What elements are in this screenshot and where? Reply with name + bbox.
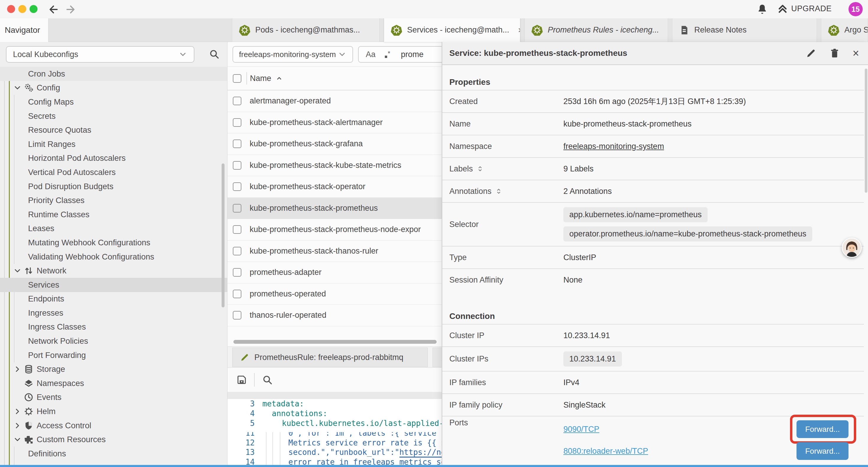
row-checkbox[interactable]	[233, 311, 241, 320]
tab-navigator[interactable]: Navigator	[0, 18, 49, 42]
window-minimize-button[interactable]	[18, 5, 26, 13]
regex-toggle-icon[interactable]: *	[383, 49, 393, 59]
row-checkbox[interactable]	[233, 182, 241, 191]
chevron-right-icon[interactable]	[13, 365, 22, 374]
sidebar-item-ingress-classes[interactable]: Ingress Classes	[0, 320, 227, 334]
forward-button[interactable]: Forward...	[797, 420, 848, 438]
sidebar-item-events[interactable]: Events	[0, 390, 227, 405]
sidebar-item-ingresses[interactable]: Ingresses	[0, 306, 227, 320]
chevron-right-icon[interactable]	[13, 407, 22, 416]
row-checkbox[interactable]	[233, 247, 241, 255]
sidebar-item-leases[interactable]: Leases	[0, 222, 227, 236]
upgrade-chevrons-icon	[777, 3, 788, 14]
sort-updown-icon[interactable]	[476, 165, 484, 172]
property-row-ports: Ports9090/TCPForward...8080:reloader-web…	[442, 416, 864, 464]
window-close-button[interactable]	[7, 5, 15, 13]
match-case-toggle[interactable]: Aa	[366, 50, 375, 59]
port-link[interactable]: 9090/TCP	[563, 425, 599, 434]
chevron-down-icon[interactable]	[13, 83, 22, 92]
sidebar-item-cron-jobs[interactable]: Cron Jobs	[0, 67, 227, 81]
filter-value[interactable]: prome	[401, 50, 424, 59]
select-all-checkbox[interactable]	[233, 74, 241, 83]
horizontal-scrollbar[interactable]	[234, 340, 437, 344]
sidebar-item-limit-ranges[interactable]: Limit Ranges	[0, 137, 227, 151]
forward-arrow-icon[interactable]	[64, 3, 77, 16]
code-text: annotations:	[272, 409, 327, 418]
search-icon[interactable]	[209, 49, 220, 60]
kubeconfig-selector[interactable]: Local Kubeconfigs	[6, 46, 194, 63]
sidebar-item-custom-resources[interactable]: Custom Resources	[0, 432, 227, 447]
sidebar-item-endpoints[interactable]: Endpoints	[0, 292, 227, 306]
sidebar-item-network-policies[interactable]: Network Policies	[0, 334, 227, 348]
row-checkbox[interactable]	[233, 97, 241, 105]
chevron-right-icon[interactable]	[13, 421, 22, 430]
row-checkbox[interactable]	[233, 204, 241, 212]
row-checkbox[interactable]	[233, 118, 241, 127]
delete-trash-icon[interactable]	[829, 48, 840, 59]
notifications-bell-icon[interactable]	[756, 3, 768, 15]
sidebar-item-storage[interactable]: Storage	[0, 362, 227, 376]
tab-services[interactable]: Services - icecheng@math...×	[384, 18, 520, 42]
row-checkbox[interactable]	[233, 225, 241, 234]
sidebar-item-helm[interactable]: Helm	[0, 404, 227, 418]
window-zoom-button[interactable]	[30, 5, 37, 13]
sort-updown-icon[interactable]	[495, 188, 502, 195]
code-text: second.","runbook_url":"https://net	[288, 448, 450, 457]
port-link[interactable]: 8080:reloader-web/TCP	[563, 447, 648, 456]
sidebar-item-label: Mutating Webhook Configurations	[0, 238, 150, 247]
property-label: Labels	[442, 164, 563, 174]
sidebar-item-pod-disruption-budgets[interactable]: Pod Disruption Budgets	[0, 179, 227, 194]
port-entry: 8080:reloader-web/TCPForward...	[563, 440, 864, 462]
sidebar-item-port-forwarding[interactable]: Port Forwarding	[0, 348, 227, 362]
chevron-down-icon[interactable]	[13, 266, 22, 275]
tab-prometheus[interactable]: Prometheus Rules - icecheng...	[524, 18, 668, 42]
row-checkbox[interactable]	[233, 268, 241, 276]
sidebar-item-resource-quotas[interactable]: Resource Quotas	[0, 123, 227, 137]
avatar[interactable]	[842, 238, 862, 258]
sidebar-item-access-control[interactable]: Access Control	[0, 418, 227, 433]
panel-scrollbar[interactable]	[865, 68, 867, 193]
row-checkbox[interactable]	[233, 290, 241, 298]
tab-close-icon[interactable]: ×	[518, 26, 520, 35]
sidebar-item-network[interactable]: Network	[0, 264, 227, 278]
save-icon[interactable]	[236, 374, 248, 386]
service-name: prometheus-adapter	[250, 268, 321, 277]
upgrade-button[interactable]: UPGRADE	[777, 3, 832, 14]
row-checkbox[interactable]	[233, 161, 241, 170]
sidebar-item-horizontal-pod-autoscalers[interactable]: Horizontal Pod Autoscalers	[0, 151, 227, 166]
service-name: kube-prometheus-stack-operator	[250, 182, 366, 191]
dock-tab-label: PrometheusRule: freeleaps-prod-rabbitmq	[254, 353, 403, 362]
name-column-header[interactable]: Name	[250, 74, 283, 83]
sidebar-item-namespaces[interactable]: Namespaces	[0, 376, 227, 390]
sidebar-item-validating-webhook-configurations[interactable]: Validating Webhook Configurations	[0, 250, 227, 264]
sidebar-item-runtime-classes[interactable]: Runtime Classes	[0, 207, 227, 222]
sidebar-item-vertical-pod-autoscalers[interactable]: Vertical Pod Autoscalers	[0, 165, 227, 179]
sidebar-item-mutating-webhook-configurations[interactable]: Mutating Webhook Configurations	[0, 236, 227, 250]
search-icon[interactable]	[262, 374, 273, 385]
kubernetes-logo-icon	[531, 24, 543, 36]
close-icon[interactable]: ×	[852, 48, 859, 59]
forward-button[interactable]: Forward...	[797, 442, 848, 460]
tab-release-notes[interactable]: Release Notes	[672, 18, 817, 42]
sidebar-item-definitions[interactable]: Definitions	[0, 447, 227, 461]
sidebar-item-priority-classes[interactable]: Priority Classes	[0, 193, 227, 207]
chevron-down-icon[interactable]	[13, 435, 22, 444]
edit-pencil-icon[interactable]	[805, 48, 816, 59]
indent-guide	[266, 428, 267, 467]
section-heading: Properties	[450, 76, 864, 89]
namespace-link[interactable]: freeleaps-monitoring-system	[563, 142, 664, 151]
kubernetes-logo-icon	[828, 24, 840, 36]
sidebar-item-services[interactable]: Services	[0, 278, 227, 292]
row-checkbox[interactable]	[233, 140, 241, 148]
sidebar-item-config-maps[interactable]: Config Maps	[0, 95, 227, 109]
tab-pods[interactable]: Pods - icecheng@mathmas...	[232, 18, 380, 42]
sidebar-item-secrets[interactable]: Secrets	[0, 109, 227, 123]
tab-argo[interactable]: Argo Se	[821, 18, 868, 42]
namespace-selector[interactable]: freeleaps-monitoring-system	[232, 46, 353, 63]
sidebar-scrollbar[interactable]	[222, 164, 224, 308]
property-row-created: Created253d 16h 6m ago (2025年1月13日 GMT+8…	[442, 90, 864, 112]
sidebar-item-config[interactable]: Config	[0, 81, 227, 95]
notification-count-badge[interactable]: 15	[848, 2, 863, 16]
back-arrow-icon[interactable]	[47, 3, 60, 16]
dock-tab[interactable]: PrometheusRule: freeleaps-prod-rabbitmq	[232, 348, 428, 367]
